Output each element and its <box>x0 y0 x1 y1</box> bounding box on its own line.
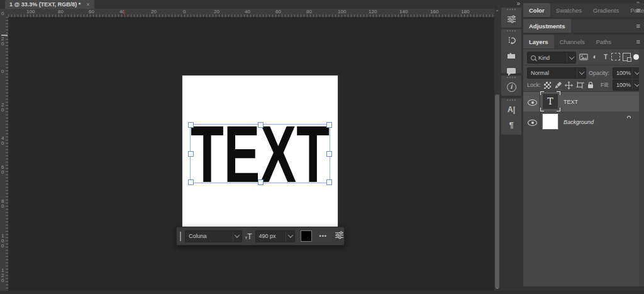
history-panel-icon[interactable] <box>501 33 521 48</box>
handle-middle-right[interactable] <box>326 151 332 157</box>
panel-menu-icon[interactable]: ≡ <box>636 6 640 14</box>
handle-middle-left[interactable] <box>188 151 194 157</box>
font-size-dropdown-button[interactable] <box>286 231 294 242</box>
tab-patterns[interactable]: Patterns <box>625 3 644 17</box>
ruler-top-label: 160 <box>430 9 438 14</box>
ruler-pointer-marker-left <box>1 35 8 36</box>
dock-group-info: i <box>501 76 521 96</box>
text-layer-thumbnail[interactable]: T <box>543 94 558 109</box>
filter-dropdown-button[interactable] <box>567 52 575 63</box>
transform-bounding-box[interactable] <box>190 124 330 183</box>
layer-name[interactable]: TEXT <box>564 99 578 105</box>
layer-row-background[interactable]: Background <box>523 112 644 132</box>
layer-row-text[interactable]: T TEXT <box>523 92 644 111</box>
fill-input[interactable]: 100% <box>613 79 641 91</box>
font-family-dropdown-button[interactable] <box>233 231 242 242</box>
padlock-icon <box>588 84 593 88</box>
handle-top-center[interactable] <box>258 122 264 128</box>
tab-layers[interactable]: Layers <box>523 35 554 48</box>
ruler-top-label: 100 <box>338 9 346 14</box>
ruler-left[interactable]: 020020406080100120 <box>0 17 9 291</box>
opacity-input[interactable]: 100% <box>613 67 641 79</box>
font-family-select[interactable]: Coluna <box>185 230 242 242</box>
ruler-left-label: 0 <box>1 69 5 74</box>
handle-bottom-right[interactable] <box>326 179 332 185</box>
tab-paths[interactable]: Paths <box>591 35 617 48</box>
filter-type-layers-icon[interactable]: T <box>601 52 611 62</box>
visibility-eye-icon[interactable] <box>528 99 537 106</box>
thumbnail-corner-bracket <box>540 91 544 95</box>
ruler-pointer-marker-top <box>124 9 125 16</box>
ruler-top-label: 80 <box>58 9 64 14</box>
expand-dock-icon[interactable]: » <box>516 0 520 7</box>
toolbar-settings-icon[interactable] <box>335 230 344 242</box>
opacity-label: Opacity: <box>589 70 609 76</box>
document-tab[interactable]: 1 @ 33.3% (TEXT, RGB/8) * × <box>5 0 94 9</box>
document-scrollbar[interactable]: ⌃ ⌄ <box>494 9 500 291</box>
layers-panel-body: Kind ◐ T Normal Opacity: 100% <box>523 49 644 286</box>
panel-scroll-gutter[interactable] <box>639 49 644 286</box>
handle-top-right[interactable] <box>326 122 332 128</box>
blend-mode-dropdown-button[interactable] <box>577 68 586 78</box>
chevron-down-icon <box>579 69 584 74</box>
more-options-button[interactable]: ••• <box>319 233 327 239</box>
blend-mode-select[interactable]: Normal <box>527 67 586 79</box>
ruler-left-label: 60 <box>1 165 5 175</box>
handle-top-left[interactable] <box>188 122 194 128</box>
handle-bottom-center[interactable] <box>258 179 264 185</box>
filter-smart-objects-icon[interactable] <box>621 52 631 62</box>
panel-menu-icon[interactable]: ≡ <box>636 37 640 46</box>
ruler-top-label: 60 <box>89 9 94 14</box>
tab-channels[interactable]: Channels <box>554 35 591 48</box>
blend-mode-value: Normal <box>528 70 577 76</box>
info-panel-icon[interactable]: i <box>501 79 521 94</box>
type-options-toolbar: Coluna тT 490 px ••• <box>176 227 345 246</box>
tab-adjustments[interactable]: Adjustments <box>523 19 571 33</box>
scroll-up-icon[interactable]: ⌃ <box>495 10 499 14</box>
panel-menu-icon[interactable]: ≡ <box>636 21 640 30</box>
document-tab-title: 1 @ 33.3% (TEXT, RGB/8) * <box>9 1 80 8</box>
filter-kind-value: Kind <box>538 55 567 61</box>
toolbar-drag-handle[interactable] <box>180 232 181 241</box>
ruler-left-label: 40 <box>1 136 5 146</box>
paragraph-panel-icon[interactable]: ¶ <box>501 117 521 132</box>
chevron-down-icon <box>569 54 574 59</box>
ruler-top-label: 40 <box>245 9 250 14</box>
layer-filtering-toggle[interactable] <box>633 54 639 60</box>
lock-position-icon[interactable] <box>564 80 574 90</box>
handle-bottom-left[interactable] <box>188 179 194 185</box>
ruler-left-label: 0 <box>1 11 5 16</box>
properties-panel-icon[interactable] <box>501 11 521 26</box>
filter-shape-layers-icon[interactable] <box>611 52 621 62</box>
character-panel-icon[interactable]: A| <box>501 102 521 117</box>
dock-group-properties <box>501 8 521 28</box>
divider <box>523 65 644 65</box>
photoshop-window: 1 @ 33.3% (TEXT, RGB/8) * × 100806040200… <box>0 0 644 294</box>
font-size-value: 490 px <box>256 233 286 239</box>
background-layer-thumbnail[interactable] <box>543 114 558 129</box>
tab-swatches[interactable]: Swatches <box>550 3 587 17</box>
libraries-panel-icon[interactable] <box>501 48 521 63</box>
filter-adjustment-layers-icon[interactable]: ◐ <box>590 52 600 62</box>
lock-image-icon[interactable] <box>553 80 564 90</box>
close-icon[interactable]: × <box>86 1 89 8</box>
lock-all-icon[interactable] <box>586 79 596 89</box>
layer-filter-select[interactable]: Kind <box>527 52 576 64</box>
ruler-top-label: 120 <box>369 9 377 14</box>
tab-gradients[interactable]: Gradients <box>587 3 625 17</box>
chevron-down-icon <box>235 232 240 237</box>
collapsed-panel-dock: » <box>500 0 523 294</box>
lock-transparency-icon[interactable] <box>542 80 552 90</box>
tab-color[interactable]: Color <box>523 3 550 17</box>
font-size-select[interactable]: 490 px <box>255 230 296 242</box>
scrollbar-thumb[interactable] <box>495 94 499 288</box>
thumbnail-corner-bracket <box>557 91 560 95</box>
filter-pixel-layers-icon[interactable] <box>579 52 589 62</box>
ruler-top-label: 0 <box>183 9 186 14</box>
scroll-down-icon[interactable]: ⌄ <box>495 285 499 290</box>
text-color-swatch[interactable] <box>301 230 311 242</box>
layer-name[interactable]: Background <box>564 119 594 125</box>
lock-artboard-icon[interactable] <box>575 80 585 90</box>
ruler-top[interactable]: 10080604020020406080100120140160180 <box>8 9 494 18</box>
visibility-eye-icon[interactable] <box>528 120 537 126</box>
